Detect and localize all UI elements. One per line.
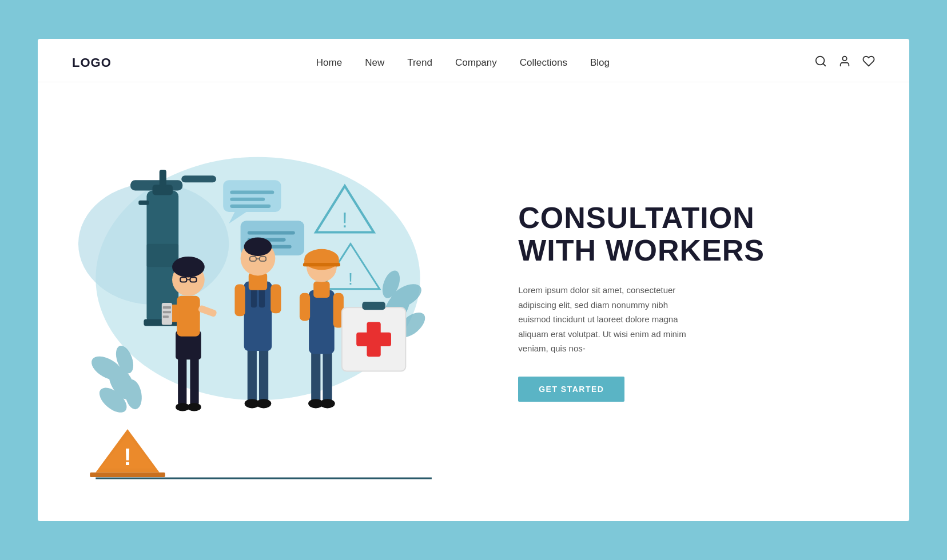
svg-rect-26 — [90, 473, 165, 477]
svg-point-73 — [256, 399, 271, 408]
nav-links: Home New Trend Company Collections Blog — [316, 57, 610, 69]
svg-rect-59 — [248, 345, 257, 403]
svg-point-5 — [104, 362, 140, 404]
logo: LOGO — [72, 55, 112, 70]
svg-marker-23 — [96, 429, 159, 473]
svg-rect-21 — [144, 319, 181, 326]
svg-text:!: ! — [342, 209, 348, 232]
nav-item-home[interactable]: Home — [316, 57, 342, 69]
main-content: ! ! — [38, 82, 909, 521]
heart-icon[interactable] — [862, 55, 875, 70]
svg-point-12 — [377, 306, 399, 338]
svg-point-58 — [187, 403, 201, 411]
svg-rect-32 — [241, 221, 304, 255]
svg-point-14 — [379, 268, 403, 301]
svg-text:!: ! — [348, 269, 353, 288]
svg-marker-39 — [321, 244, 379, 289]
svg-rect-88 — [356, 333, 391, 346]
svg-rect-50 — [163, 315, 169, 318]
svg-rect-22 — [138, 201, 149, 205]
svg-point-84 — [308, 399, 323, 408]
svg-rect-75 — [323, 348, 332, 403]
svg-point-57 — [176, 403, 189, 411]
nav-item-trend[interactable]: Trend — [407, 57, 432, 69]
cta-button[interactable]: GET STARTED — [518, 377, 624, 402]
svg-rect-63 — [259, 282, 265, 308]
svg-point-68 — [244, 238, 272, 256]
outer-frame: LOGO Home New Trend Company Collections … — [27, 29, 920, 531]
svg-rect-77 — [313, 282, 329, 298]
svg-rect-82 — [304, 261, 339, 266]
svg-rect-70 — [260, 257, 266, 261]
svg-rect-35 — [248, 238, 286, 242]
svg-point-8 — [87, 351, 127, 385]
svg-rect-89 — [362, 302, 385, 310]
svg-point-2 — [842, 57, 846, 61]
svg-rect-19 — [160, 170, 166, 187]
hero-description: Lorem ipsum dolor sit amet, consectetuer… — [518, 283, 701, 356]
svg-rect-16 — [181, 175, 216, 182]
svg-point-3 — [96, 157, 420, 400]
svg-marker-28 — [229, 212, 246, 223]
svg-text:!: ! — [124, 443, 132, 470]
svg-point-53 — [172, 257, 205, 277]
nav-item-blog[interactable]: Blog — [590, 57, 610, 69]
svg-rect-79 — [333, 293, 344, 328]
svg-rect-87 — [367, 322, 380, 357]
svg-rect-43 — [190, 354, 198, 406]
svg-point-10 — [379, 286, 415, 329]
svg-line-1 — [823, 63, 825, 66]
svg-point-11 — [393, 308, 429, 342]
svg-rect-34 — [248, 231, 295, 234]
svg-rect-36 — [248, 245, 292, 249]
svg-point-9 — [113, 343, 137, 376]
svg-rect-86 — [342, 307, 405, 371]
svg-rect-60 — [259, 345, 268, 403]
svg-rect-69 — [250, 257, 256, 261]
svg-rect-65 — [234, 285, 245, 317]
svg-rect-42 — [178, 354, 186, 406]
svg-rect-27 — [223, 180, 281, 212]
svg-rect-62 — [251, 282, 257, 308]
svg-rect-18 — [153, 185, 173, 195]
svg-rect-54 — [180, 277, 186, 282]
svg-rect-76 — [309, 290, 335, 354]
search-icon[interactable] — [814, 55, 827, 70]
navbar: LOGO Home New Trend Company Collections … — [38, 39, 909, 82]
svg-point-80 — [307, 252, 337, 282]
svg-rect-17 — [146, 190, 178, 323]
svg-marker-24 — [100, 435, 154, 469]
svg-point-7 — [123, 378, 144, 411]
nav-icons — [814, 55, 875, 70]
hero-title: CONSULTATION WITH WORKERS — [518, 202, 869, 267]
svg-rect-49 — [163, 311, 171, 313]
nav-item-company[interactable]: Company — [455, 57, 497, 69]
svg-point-85 — [320, 399, 335, 408]
svg-rect-29 — [230, 190, 274, 194]
svg-rect-20 — [146, 244, 178, 267]
svg-marker-33 — [244, 255, 264, 268]
svg-rect-30 — [230, 198, 265, 201]
svg-rect-83 — [303, 263, 340, 266]
svg-rect-51 — [198, 305, 218, 318]
nav-item-collections[interactable]: Collections — [520, 57, 567, 69]
user-icon[interactable] — [838, 55, 851, 70]
svg-point-6 — [95, 383, 131, 417]
svg-rect-15 — [130, 180, 182, 190]
illustration-area: ! ! — [38, 82, 490, 521]
svg-point-72 — [245, 399, 260, 408]
svg-rect-48 — [163, 306, 171, 309]
svg-point-67 — [241, 241, 276, 276]
svg-point-81 — [304, 249, 339, 270]
svg-point-52 — [172, 263, 205, 296]
svg-rect-45 — [177, 296, 200, 337]
svg-rect-64 — [249, 273, 267, 290]
nav-item-new[interactable]: New — [365, 57, 384, 69]
svg-rect-31 — [230, 205, 270, 208]
svg-marker-37 — [316, 186, 373, 232]
svg-point-13 — [386, 279, 425, 313]
svg-rect-74 — [311, 348, 320, 403]
inner-page: LOGO Home New Trend Company Collections … — [38, 39, 909, 521]
svg-rect-61 — [244, 282, 272, 351]
svg-rect-66 — [270, 285, 281, 314]
